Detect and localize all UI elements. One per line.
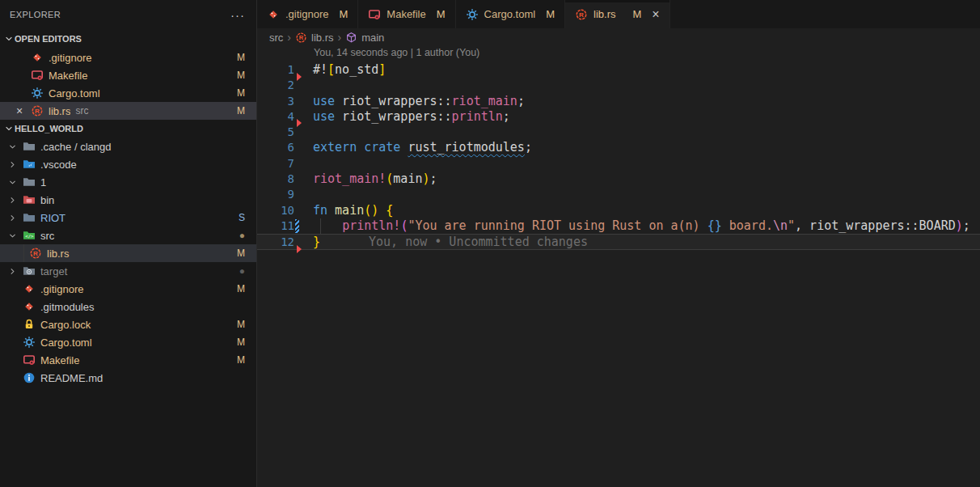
line-number[interactable]: 1 — [257, 62, 294, 78]
line-number[interactable]: 10 — [257, 203, 294, 218]
code-line-11[interactable]: 11 println!("You are running RIOT using … — [257, 218, 980, 234]
workspace-header[interactable]: HELLO_WORLD — [0, 120, 256, 138]
folder-icon — [23, 211, 36, 224]
breadcrumb-separator: › — [287, 31, 291, 44]
svg-text:</>: </> — [25, 234, 34, 239]
tab-bar: .gitignore M Makefile M Cargo.toml M R l… — [257, 0, 980, 28]
breadcrumb-src[interactable]: src — [269, 32, 283, 44]
line-number[interactable]: 2 — [257, 78, 294, 93]
tab-gitignore[interactable]: .gitignore M — [257, 0, 358, 28]
tree-item-gitignore[interactable]: .gitignore M — [0, 280, 256, 298]
code-line-1[interactable]: 1#![no_std] — [257, 62, 980, 78]
code-text: use riot_wrappers::riot_main; — [313, 94, 525, 109]
tab-makefile[interactable]: Makefile M — [358, 0, 455, 28]
line-number[interactable]: 12 — [257, 235, 294, 250]
open-editor-lib-rs[interactable]: × R lib.rs src M — [0, 102, 256, 120]
code-line-3[interactable]: 3use riot_wrappers::riot_main; — [257, 94, 980, 109]
code-line-6[interactable]: 6extern crate rust_riotmodules; — [257, 140, 980, 155]
tab-modified-badge: M — [546, 8, 555, 20]
tree-item-label: bin — [40, 194, 256, 206]
tree-item-makefile[interactable]: Makefile M — [0, 351, 256, 369]
open-editor-cargo-toml[interactable]: Cargo.toml M — [0, 84, 256, 102]
line-number[interactable]: 3 — [257, 94, 294, 109]
folder-icon — [23, 140, 36, 153]
breadcrumb-separator: › — [337, 31, 341, 44]
line-number[interactable]: 7 — [257, 156, 294, 172]
line-number[interactable]: 5 — [257, 125, 294, 140]
code-line-2[interactable]: 2 — [257, 78, 980, 93]
rust-icon: R — [575, 8, 588, 21]
lock-icon — [23, 318, 36, 331]
code-line-10[interactable]: 10fn main() { — [257, 203, 980, 218]
code-line-4[interactable]: 4use riot_wrappers::println; — [257, 109, 980, 125]
tree-item-src[interactable]: </> src ● — [0, 227, 256, 244]
git-status-badge: M — [237, 354, 245, 366]
line-number[interactable]: 9 — [257, 187, 294, 202]
line-number[interactable]: 11 — [257, 218, 294, 234]
svg-text:R: R — [579, 11, 584, 19]
git-icon — [23, 300, 36, 313]
code-text: }You, now • Uncommitted changes — [313, 235, 588, 250]
target-folder-icon — [23, 265, 36, 277]
chevron-down-icon — [3, 34, 15, 44]
gitlens-file-blame[interactable]: You, 14 seconds ago | 1 author (You) — [314, 47, 479, 61]
tree-item-gitmodules[interactable]: .gitmodules — [0, 298, 256, 315]
code-text: fn main() { — [313, 203, 393, 218]
code-text: riot_main!(main); — [313, 172, 437, 187]
open-editors-header[interactable]: OPEN EDITORS — [0, 29, 256, 49]
tree-item-cargo-lock[interactable]: Cargo.lock M — [0, 315, 256, 333]
tree-item-cache-clangd[interactable]: .cache / clangd — [0, 138, 256, 155]
tree-item-target[interactable]: target ● — [0, 262, 256, 280]
git-status-badge: M — [237, 337, 245, 348]
git-icon — [23, 282, 36, 295]
line-number[interactable]: 8 — [257, 172, 294, 187]
svg-text:R: R — [35, 108, 40, 115]
tab-title: .gitignore — [285, 8, 328, 20]
tab-lib-rs[interactable]: R lib.rs M × — [565, 0, 670, 28]
tree-item-label: RIOT — [40, 212, 239, 224]
open-editor-makefile[interactable]: Makefile M — [0, 66, 256, 84]
tree-item-label: Cargo.toml — [40, 337, 237, 349]
submodule-badge: S — [239, 212, 245, 223]
more-actions-icon[interactable]: ··· — [230, 8, 245, 22]
tree-item-label: .cache / clangd — [40, 141, 256, 153]
workspace-label: HELLO_WORLD — [15, 124, 83, 133]
code-line-8[interactable]: 8riot_main!(main); — [257, 172, 980, 187]
tree-item-cargo-toml[interactable]: Cargo.toml M — [0, 333, 256, 351]
close-icon[interactable]: × — [652, 8, 659, 21]
breadcrumb-main[interactable]: main — [361, 32, 384, 44]
tree-item-lib-rs[interactable]: R lib.rs M — [0, 244, 256, 262]
code-editor[interactable]: You, 14 seconds ago | 1 author (You) 1#!… — [257, 46, 980, 487]
code-line-9[interactable]: 9 — [257, 187, 980, 202]
tree-item-bin[interactable]: bin — [0, 191, 256, 209]
tree-item-readme[interactable]: README.md — [0, 369, 256, 387]
tree-item-riot[interactable]: RIOT S — [0, 209, 256, 227]
code-text: #![no_std] — [313, 62, 386, 78]
tab-title: Cargo.toml — [484, 8, 536, 20]
explorer-title-bar: EXPLORER ··· — [0, 0, 256, 29]
rust-icon: R — [295, 32, 307, 44]
code-line-12[interactable]: 12}You, now • Uncommitted changes — [257, 234, 980, 249]
git-status-badge: M — [237, 248, 245, 259]
vscode-folder-icon — [23, 158, 36, 171]
code-line-5[interactable]: 5 — [257, 125, 980, 140]
src-folder-icon: </> — [23, 229, 36, 242]
tab-modified-badge: M — [632, 8, 641, 20]
git-deleted-lines-marker[interactable] — [297, 245, 302, 253]
gear-icon — [23, 336, 36, 349]
code-line-7[interactable]: 7 — [257, 156, 980, 172]
breadcrumb-lib-rs[interactable]: lib.rs — [311, 32, 333, 44]
chevron-down-icon — [8, 178, 23, 187]
tree-item-label: README.md — [40, 372, 256, 384]
tab-cargo-toml[interactable]: Cargo.toml M — [456, 0, 565, 28]
tree-item-1[interactable]: 1 — [0, 173, 256, 191]
tree-item-label: lib.rs — [47, 248, 237, 260]
tree-item-vscode[interactable]: .vscode — [0, 155, 256, 173]
close-icon[interactable]: × — [16, 104, 31, 117]
open-editor-gitignore[interactable]: .gitignore M — [0, 49, 256, 66]
line-number[interactable]: 4 — [257, 109, 294, 125]
line-number[interactable]: 6 — [257, 140, 294, 155]
gear-icon — [466, 8, 479, 21]
git-modified-lines-marker[interactable] — [295, 219, 299, 233]
tree-item-label: .vscode — [40, 159, 256, 171]
